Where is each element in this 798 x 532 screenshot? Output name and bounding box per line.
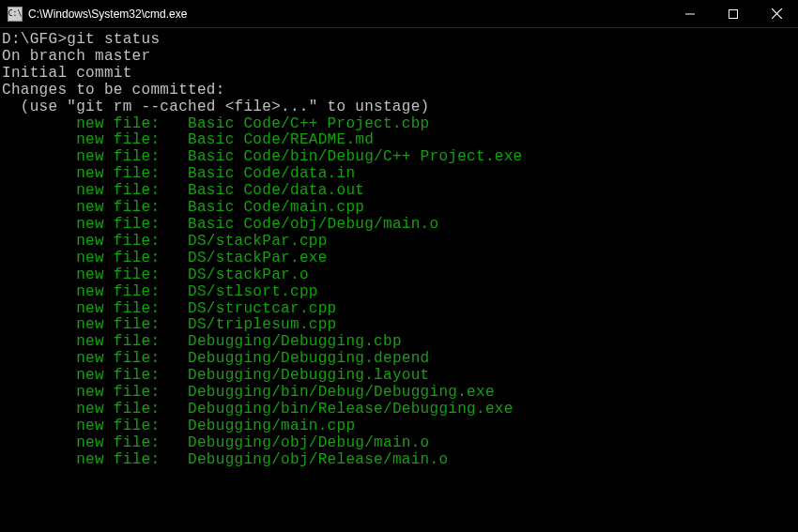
prompt-line: D:\GFG>git status [2,32,796,49]
file-path: Basic Code/data.out [188,182,364,199]
terminal-output[interactable]: D:\GFG>git statusOn branch masterInitial… [0,28,798,532]
changes-header: Changes to be committed: [2,83,796,99]
maximize-button[interactable] [712,0,755,27]
file-path: DS/stackPar.cpp [188,233,328,250]
gap [160,451,188,468]
indent [2,116,76,133]
close-button[interactable] [755,0,798,27]
maximize-icon [729,9,738,19]
indent [2,149,76,166]
staged-file-row: new file: Basic Code/README.md [2,132,796,149]
indent [2,334,76,351]
titlebar[interactable]: C:\ C:\Windows\System32\cmd.exe [0,0,798,28]
indent [2,251,76,267]
file-status-label: new file: [76,434,160,451]
minimize-icon [685,9,695,19]
file-path: Debugging/main.cpp [188,418,355,434]
staged-file-row: new file: DS/structcar.cpp [2,301,796,318]
staged-file-row: new file: Basic Code/data.out [2,183,796,200]
gap [160,300,188,317]
file-path: Basic Code/README.md [188,131,374,148]
gap [160,216,188,233]
file-status-label: new file: [76,182,160,199]
window-controls [668,0,798,27]
file-status-label: new file: [76,384,160,401]
file-path: Debugging/obj/Release/main.o [188,451,448,468]
staged-file-row: new file: DS/stackPar.o [2,267,796,284]
staged-file-row: new file: DS/triplesum.cpp [2,317,796,334]
staged-file-row: new file: Basic Code/C++ Project.cbp [2,116,796,133]
minimize-button[interactable] [668,0,712,27]
gap [160,233,188,250]
gap [160,316,188,333]
indent [2,385,76,402]
indent [2,183,76,200]
file-status-label: new file: [76,316,160,333]
staged-file-row: new file: DS/stackPar.exe [2,251,796,267]
indent [2,267,76,284]
gap [160,434,188,451]
staged-file-row: new file: Debugging/bin/Debug/Debugging.… [2,385,796,402]
file-path: Debugging/Debugging.cbp [188,333,402,350]
gap [160,418,188,434]
indent [2,418,76,435]
file-status-label: new file: [76,367,160,384]
file-path: Debugging/Debugging.depend [188,350,429,367]
gap [160,115,188,132]
staged-file-row: new file: Basic Code/bin/Debug/C++ Proje… [2,149,796,166]
gap [160,401,188,418]
svg-rect-1 [729,9,738,18]
file-path: Basic Code/data.in [188,165,355,182]
staged-file-row: new file: Debugging/main.cpp [2,418,796,435]
prompt: D:\GFG> [2,31,67,48]
indent [2,234,76,251]
file-path: DS/stackPar.o [188,266,309,283]
file-status-label: new file: [76,283,160,300]
staged-file-row: new file: Basic Code/main.cpp [2,200,796,217]
file-path: Debugging/bin/Debug/Debugging.exe [188,384,495,401]
staged-file-row: new file: Debugging/bin/Release/Debuggin… [2,402,796,418]
file-status-label: new file: [76,418,160,434]
staged-file-row: new file: Basic Code/obj/Debug/main.o [2,217,796,234]
cmd-window: C:\ C:\Windows\System32\cmd.exe D:\GFG>g [0,0,798,532]
file-path: Basic Code/bin/Debug/C++ Project.exe [188,148,522,165]
file-status-label: new file: [76,115,160,132]
indent [2,301,76,318]
gap [160,367,188,384]
file-path: Basic Code/obj/Debug/main.o [188,216,438,233]
file-status-label: new file: [76,148,160,165]
staged-file-row: new file: Debugging/Debugging.layout [2,368,796,385]
file-path: Basic Code/main.cpp [188,199,364,216]
gap [160,384,188,401]
indent [2,435,76,452]
file-status-label: new file: [76,350,160,367]
staged-file-row: new file: Basic Code/data.in [2,166,796,183]
gap [160,182,188,199]
file-status-label: new file: [76,199,160,216]
staged-file-row: new file: Debugging/obj/Release/main.o [2,452,796,469]
gap [160,266,188,283]
file-path: DS/stlsort.cpp [188,283,318,300]
file-status-label: new file: [76,300,160,317]
file-status-label: new file: [76,333,160,350]
gap [160,283,188,300]
file-path: Debugging/bin/Release/Debugging.exe [188,401,514,418]
file-status-label: new file: [76,250,160,266]
gap [160,199,188,216]
indent [2,166,76,183]
indent [2,200,76,217]
indent [2,132,76,149]
staged-files-list: new file: Basic Code/C++ Project.cbp new… [2,116,796,469]
file-path: Debugging/obj/Debug/main.o [188,434,429,451]
indent [2,317,76,334]
indent [2,368,76,385]
file-status-label: new file: [76,401,160,418]
staged-file-row: new file: Debugging/Debugging.cbp [2,334,796,351]
staged-file-row: new file: Debugging/Debugging.depend [2,351,796,368]
file-status-label: new file: [76,266,160,283]
command-text: git status [67,31,160,48]
staged-file-row: new file: DS/stackPar.cpp [2,234,796,251]
file-status-label: new file: [76,233,160,250]
file-path: DS/structcar.cpp [188,300,336,317]
window-title: C:\Windows\System32\cmd.exe [28,8,668,21]
